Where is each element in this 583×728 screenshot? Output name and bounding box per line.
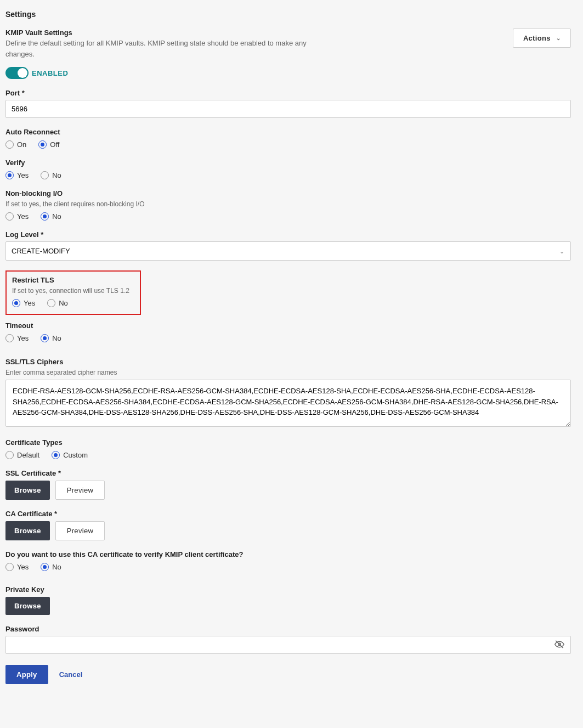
cert-types-label: Certificate Types: [5, 438, 571, 447]
nonblocking-no-radio[interactable]: No: [41, 212, 61, 221]
restrict-tls-no-radio[interactable]: No: [47, 299, 68, 307]
nonblocking-yes-radio[interactable]: Yes: [5, 212, 29, 221]
auto-reconnect-on-radio[interactable]: On: [5, 140, 26, 149]
verify-label: Verify: [5, 159, 571, 167]
port-label: Port *: [5, 89, 571, 97]
nonblocking-help: If set to yes, the client requires non-b…: [5, 200, 571, 208]
ca-cert-label: CA Certificate *: [5, 510, 571, 518]
ca-cert-preview-button[interactable]: Preview: [55, 521, 105, 540]
auto-reconnect-label: Auto Reconnect: [5, 128, 571, 136]
restrict-tls-yes-radio[interactable]: Yes: [12, 299, 35, 307]
actions-button[interactable]: Actions ⌄: [513, 29, 571, 48]
cancel-link[interactable]: Cancel: [59, 670, 83, 679]
ciphers-help: Enter comma separated cipher names: [5, 369, 571, 376]
verify-client-label: Do you want to use this CA certificate t…: [5, 550, 571, 558]
chevron-down-icon: ⌄: [556, 35, 561, 41]
nonblocking-label: Non-blocking I/O: [5, 189, 571, 197]
ssl-cert-browse-button[interactable]: Browse: [5, 481, 50, 500]
section-title: KMIP Vault Settings: [5, 29, 335, 37]
page-title: Settings: [5, 10, 571, 19]
timeout-no-radio[interactable]: No: [41, 334, 61, 342]
loglevel-label: Log Level *: [5, 230, 571, 239]
restrict-tls-highlight: Restrict TLS If set to yes, connection w…: [5, 270, 141, 315]
ciphers-label: SSL/TLS Ciphers: [5, 358, 571, 366]
ssl-cert-preview-button[interactable]: Preview: [55, 481, 105, 500]
apply-button[interactable]: Apply: [5, 665, 48, 684]
cert-types-default-radio[interactable]: Default: [5, 451, 39, 459]
auto-reconnect-off-radio[interactable]: Off: [38, 140, 59, 149]
ssl-cert-label: SSL Certificate *: [5, 469, 571, 477]
cert-types-custom-radio[interactable]: Custom: [52, 451, 88, 459]
section-description: Define the default setting for all KMIP …: [5, 38, 335, 59]
restrict-tls-help: If set to yes, connection will use TLS 1…: [12, 287, 134, 295]
eye-off-icon[interactable]: [554, 639, 564, 651]
loglevel-select[interactable]: [5, 241, 571, 261]
verify-client-no-radio[interactable]: No: [41, 563, 61, 571]
timeout-yes-radio[interactable]: Yes: [5, 334, 29, 342]
verify-no-radio[interactable]: No: [41, 171, 61, 179]
restrict-tls-label: Restrict TLS: [12, 276, 134, 284]
ca-cert-browse-button[interactable]: Browse: [5, 521, 50, 540]
port-input[interactable]: [5, 100, 571, 118]
ciphers-textarea[interactable]: [5, 380, 571, 427]
password-input[interactable]: [5, 636, 571, 654]
private-key-label: Private Key: [5, 585, 571, 594]
enabled-toggle-label: ENABLED: [32, 69, 68, 77]
timeout-label: Timeout: [5, 321, 571, 330]
private-key-browse-button[interactable]: Browse: [5, 597, 50, 615]
actions-button-label: Actions: [523, 34, 551, 42]
enabled-toggle[interactable]: [5, 67, 29, 79]
verify-client-yes-radio[interactable]: Yes: [5, 563, 29, 571]
verify-yes-radio[interactable]: Yes: [5, 171, 29, 179]
password-label: Password: [5, 625, 571, 633]
